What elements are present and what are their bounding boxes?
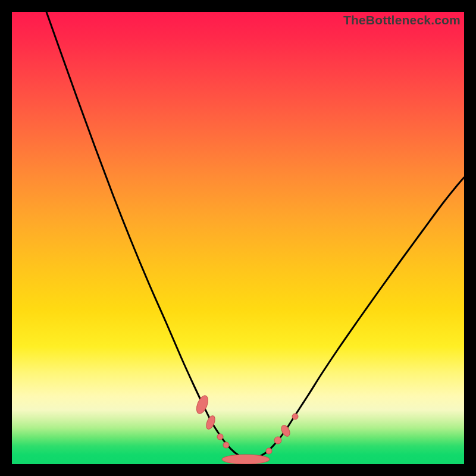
watermark-label: TheBottleneck.com — [343, 13, 461, 27]
curve-marker — [292, 414, 298, 419]
curve-marker — [266, 448, 272, 454]
bottleneck-curve-path — [46, 12, 464, 460]
bottleneck-curve-svg — [12, 12, 464, 464]
curve-marker — [274, 437, 281, 444]
curve-marker — [217, 434, 223, 440]
curve-marker — [222, 455, 270, 464]
curve-marker — [223, 442, 229, 448]
chart-frame: TheBottleneck.com — [12, 12, 464, 464]
curve-markers — [195, 394, 298, 464]
curve-marker — [195, 394, 211, 415]
